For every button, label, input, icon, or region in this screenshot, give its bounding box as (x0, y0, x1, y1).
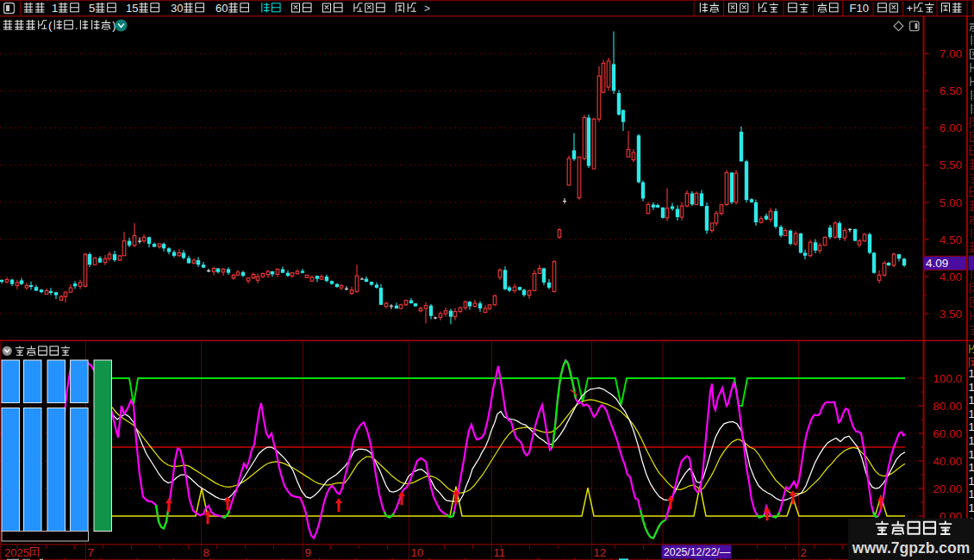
svg-text:5: 5 (89, 2, 95, 15)
svg-text:2: 2 (801, 546, 807, 559)
svg-text:7: 7 (88, 546, 94, 559)
svg-text:2025/12/22/—: 2025/12/22/— (664, 546, 731, 558)
svg-text:30: 30 (171, 2, 183, 15)
svg-text:3.50: 3.50 (940, 308, 962, 320)
svg-text:+: + (907, 2, 914, 15)
svg-text:15: 15 (126, 2, 138, 15)
svg-text:4.50: 4.50 (940, 233, 962, 246)
svg-text:8: 8 (203, 546, 209, 559)
svg-text:7.00: 7.00 (940, 47, 962, 60)
svg-text:1: 1 (969, 381, 974, 394)
svg-text:1: 1 (969, 434, 974, 447)
svg-text:.: . (75, 19, 78, 32)
svg-text:6.50: 6.50 (940, 84, 962, 97)
svg-text:www.7gpzb.com: www.7gpzb.com (852, 539, 970, 557)
svg-text:>: > (424, 3, 430, 15)
svg-text:1: 1 (969, 394, 974, 407)
svg-text:1: 1 (969, 448, 974, 461)
svg-text:4.09: 4.09 (926, 257, 948, 270)
svg-text:2025: 2025 (4, 546, 29, 559)
svg-text:10: 10 (411, 546, 424, 559)
svg-text:12: 12 (594, 546, 607, 559)
svg-text:1: 1 (969, 501, 974, 514)
svg-text:F10: F10 (850, 2, 869, 15)
svg-text:6.00: 6.00 (940, 121, 962, 134)
svg-text:60: 60 (215, 2, 228, 15)
svg-text:1: 1 (52, 2, 58, 15)
svg-text:40.00: 40.00 (933, 455, 962, 468)
svg-text:1: 1 (969, 475, 974, 488)
svg-text:(: ( (48, 19, 53, 32)
svg-text:20.00: 20.00 (933, 482, 962, 495)
svg-text:1: 1 (969, 488, 974, 501)
svg-text:1: 1 (969, 408, 974, 420)
svg-text:1: 1 (969, 420, 974, 433)
svg-text:1: 1 (969, 367, 974, 380)
svg-text:9: 9 (305, 546, 311, 559)
svg-text:1: 1 (969, 461, 974, 474)
svg-text:5.50: 5.50 (940, 159, 962, 171)
svg-text:100.0: 100.0 (933, 372, 962, 385)
svg-text:4.00: 4.00 (940, 271, 962, 283)
svg-text:11: 11 (494, 546, 506, 559)
svg-text:80.00: 80.00 (933, 400, 962, 413)
svg-text:60.00: 60.00 (933, 427, 962, 440)
svg-text:5.00: 5.00 (940, 196, 962, 209)
